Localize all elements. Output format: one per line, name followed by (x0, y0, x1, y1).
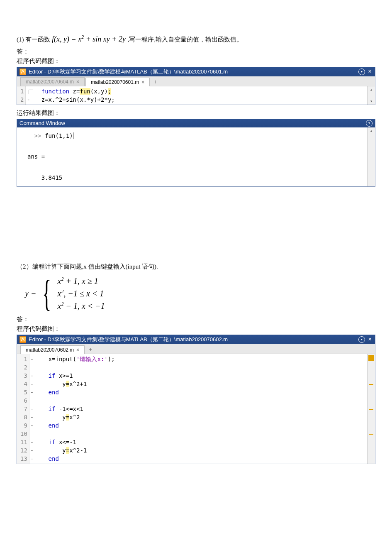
lint-warning-icon[interactable] (369, 409, 373, 410)
q1-prefix: (1) 有一函数 (17, 36, 52, 43)
cmd-titlebar[interactable]: Command Window ▾ (17, 119, 375, 127)
tab-matlab2020070601[interactable]: matlab2020070601.m × (85, 78, 150, 86)
question1: (1) 有一函数 f(x, y) = x2 + sin xy + 2y ,写一程… (17, 33, 375, 45)
lint-warning-icon[interactable] (369, 434, 373, 435)
tab-label: matlab2020070604.m (26, 79, 74, 85)
q1-formula: f(x, y) = x2 + sin xy + 2y (52, 35, 127, 43)
case-2: x2, −1 ≤ x < 1 (58, 289, 105, 298)
brace-icon: { (42, 275, 51, 312)
tab-matlab2020070604[interactable]: matlab2020070604.m × (20, 77, 85, 86)
cmd-margin (17, 127, 23, 186)
close-icon[interactable]: ✕ (367, 337, 373, 342)
scrollbar[interactable]: ▴ (367, 127, 375, 186)
breakpoint-gutter: - --- --- --- (29, 354, 35, 464)
line-gutter: 12 (17, 86, 26, 105)
code-text[interactable]: x=input('请输入x:'); if x>=1 y=x^2+1 end if… (35, 354, 367, 464)
question2: （2）编程计算下面问题,x 值由键盘输入(input 语句). (17, 262, 375, 271)
tab-add-button[interactable]: + (151, 78, 161, 86)
cmd-output[interactable]: >> fun(1,1) ans = 3.8415 (23, 127, 367, 186)
y-equals: y = (25, 289, 36, 298)
q1-answer-label: 答： (17, 48, 375, 56)
tab-label: matlab2020070601.m (91, 79, 139, 85)
code-text[interactable]: − function z=fun(x,y); z=x.^2+sin(x.*y)+… (32, 86, 367, 105)
editor1-code[interactable]: 12 - − function z=fun(x,y); z=x.^2+sin(x… (17, 86, 375, 105)
cases: x2 + 1, x ≥ 1 x2, −1 ≤ x < 1 x2 − 1, x <… (58, 276, 105, 311)
scroll-down-icon[interactable]: ▾ (368, 98, 375, 105)
q1-suffix: ,写一程序,输入自变量的值，输出函数值。 (127, 36, 243, 43)
dropdown-icon[interactable]: ▾ (358, 336, 365, 343)
editor1-tabs: matlab2020070604.m × matlab2020070601.m … (17, 76, 375, 86)
scroll-up-icon[interactable]: ▴ (368, 127, 375, 134)
editor-app-icon (19, 336, 26, 343)
tab-matlab2020070602[interactable]: matlab2020070602.m × (20, 345, 85, 354)
tab-label: matlab2020070602.m (26, 347, 74, 353)
command-window: Command Window ▾ >> fun(1,1) ans = 3.841… (17, 119, 375, 187)
scrollbar[interactable]: ▴ ▾ (367, 86, 375, 105)
editor-window-2: Editor - D:\李秋霖学习文件集\数学建模与MATLAB（第二轮）\ma… (17, 335, 375, 464)
editor2-code[interactable]: 12345678910111213 - --- --- --- x=input(… (17, 354, 375, 464)
editor-window-1: Editor - D:\李秋霖学习文件集\数学建模与MATLAB（第二轮）\ma… (17, 67, 375, 105)
scroll-up-icon[interactable]: ▴ (368, 86, 375, 93)
tab-close-icon[interactable]: × (76, 347, 79, 353)
scrollbar[interactable] (367, 354, 375, 464)
editor2-tabs: matlab2020070602.m × + (17, 344, 375, 354)
editor2-title-text: Editor - D:\李秋霖学习文件集\数学建模与MATLAB（第二轮）\ma… (29, 336, 357, 343)
close-icon[interactable]: ✕ (367, 69, 373, 75)
case-1: x2 + 1, x ≥ 1 (58, 276, 105, 286)
editor1-title-text: Editor - D:\李秋霖学习文件集\数学建模与MATLAB（第二轮）\ma… (29, 68, 357, 76)
q2-code-caption: 程序代码截图： (17, 325, 375, 333)
lint-warning-icon[interactable] (369, 384, 373, 385)
q1-code-caption: 程序代码截图： (17, 57, 375, 65)
lint-status-icon (368, 355, 374, 361)
editor1-titlebar[interactable]: Editor - D:\李秋霖学习文件集\数学建模与MATLAB（第二轮）\ma… (17, 67, 375, 76)
dropdown-icon[interactable]: ▾ (366, 120, 373, 127)
line-gutter: 12345678910111213 (17, 354, 29, 464)
editor-app-icon (19, 68, 26, 75)
fold-icon[interactable]: − (29, 90, 33, 94)
dropdown-icon[interactable]: ▾ (358, 68, 365, 75)
tab-close-icon[interactable]: × (76, 79, 79, 85)
cmd-title-text: Command Window (19, 120, 364, 126)
piecewise-equation: y = { x2 + 1, x ≥ 1 x2, −1 ≤ x < 1 x2 − … (25, 275, 375, 312)
editor2-titlebar[interactable]: Editor - D:\李秋霖学习文件集\数学建模与MATLAB（第二轮）\ma… (17, 335, 375, 344)
q1-result-caption: 运行结果截图： (17, 109, 375, 117)
breakpoint-gutter: - (26, 86, 32, 105)
tab-close-icon[interactable]: × (141, 79, 144, 85)
case-3: x2 − 1, x < −1 (58, 301, 105, 311)
q2-answer-label: 答： (17, 315, 375, 323)
tab-add-button[interactable]: + (85, 345, 95, 354)
